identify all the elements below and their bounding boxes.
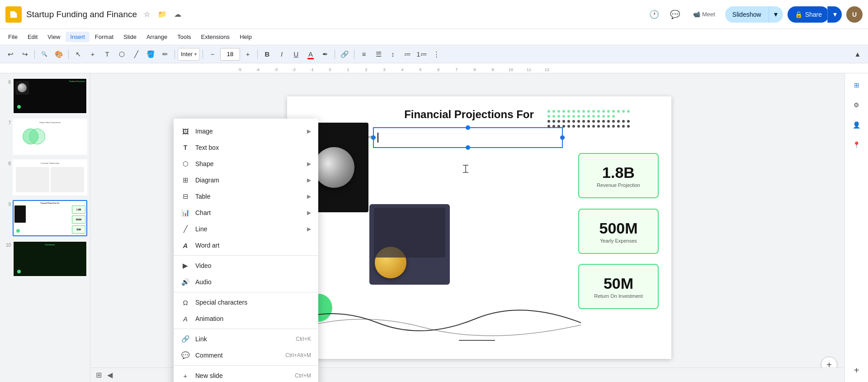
cloud-button[interactable]: ☁ — [171, 8, 184, 21]
comments-button[interactable]: 💬 — [667, 6, 683, 23]
collapse-toolbar-button[interactable]: ▲ — [851, 48, 864, 61]
menu-item-audio-label: Audio — [195, 278, 311, 286]
panel-icon-2[interactable]: ⚙ — [849, 97, 865, 113]
meet-button[interactable]: 📹 Meet — [688, 6, 721, 23]
zoom-out-button[interactable]: 🔍 — [38, 48, 51, 61]
align-center-button[interactable]: ☰ — [372, 48, 385, 61]
slideshow-dropdown-button[interactable]: ▾ — [769, 6, 783, 23]
menu-item-link[interactable]: 🔗 Link Ctrl+K — [174, 331, 318, 347]
share-dropdown-button[interactable]: ▾ — [827, 6, 842, 23]
menu-item-image[interactable]: 🖼 Image ▶ — [174, 123, 318, 139]
panel-add-button[interactable]: + — [849, 362, 865, 378]
svg-point-63 — [607, 125, 610, 128]
undo-button[interactable]: ↩ — [4, 48, 17, 61]
ordered-list-button[interactable]: 1≔ — [415, 48, 429, 61]
panel-icon-1[interactable]: ⊞ — [849, 77, 865, 93]
menu-item-new-slide[interactable]: + New slide Ctrl+M — [174, 368, 318, 382]
menu-edit[interactable]: Edit — [23, 32, 42, 42]
link-button[interactable]: 🔗 — [338, 48, 351, 61]
font-color-button[interactable]: A — [304, 48, 317, 61]
main-layout: 6 Product Overview 7 Unique Value Propos… — [0, 73, 868, 382]
share-button[interactable]: 🔒 Share — [788, 6, 829, 23]
line-spacing-button[interactable]: ↕ — [386, 48, 400, 61]
slideshow-main-button[interactable]: Slideshow — [725, 6, 769, 23]
toolbar-separator-4 — [203, 50, 203, 59]
underline-button[interactable]: U — [289, 48, 303, 61]
document-title[interactable]: Startup Funding and Finance — [26, 10, 137, 19]
menu-file[interactable]: File — [4, 32, 22, 42]
menu-extensions[interactable]: Extensions — [197, 32, 235, 42]
menu-item-video[interactable]: ▶ Video — [174, 258, 318, 274]
menu-tools[interactable]: Tools — [173, 32, 195, 42]
menu-item-table-label: Table — [195, 193, 302, 200]
menu-item-chart[interactable]: 📊 Chart ▶ — [174, 205, 318, 221]
line-tool-button[interactable]: ╱ — [129, 48, 143, 61]
highlight-button[interactable]: ✒ — [318, 48, 332, 61]
menu-help[interactable]: Help — [235, 32, 256, 42]
slide-thumbnail-6[interactable]: 6 Product Overview — [2, 77, 88, 115]
panel-icon-4[interactable]: 📍 — [849, 137, 865, 153]
panel-icon-3[interactable]: 👤 — [849, 117, 865, 133]
plus-button[interactable]: + — [86, 48, 99, 61]
svg-point-41 — [582, 120, 585, 123]
menu-insert[interactable]: Insert — [66, 32, 90, 42]
svg-point-33 — [612, 115, 615, 118]
pen-button[interactable]: ✏ — [158, 48, 172, 61]
user-avatar[interactable]: U — [846, 6, 863, 23]
blinking-cursor — [377, 133, 378, 143]
menu-slide[interactable]: Slide — [119, 32, 141, 42]
align-left-button[interactable]: ≡ — [357, 48, 371, 61]
fill-color-button[interactable]: 🪣 — [144, 48, 157, 61]
menu-item-comment[interactable]: 💬 Comment Ctrl+Alt+M — [174, 347, 318, 363]
font-size-decrease-button[interactable]: − — [206, 48, 219, 61]
shape-tool-button[interactable]: ⬡ — [115, 48, 128, 61]
menu-item-word-art[interactable]: A Word art — [174, 237, 318, 253]
font-size-increase-button[interactable]: + — [241, 48, 255, 61]
text-input-box[interactable] — [373, 127, 563, 148]
menu-item-text-box[interactable]: T Text box — [174, 139, 318, 156]
menu-item-audio[interactable]: 🔊 Audio — [174, 274, 318, 290]
toolbar-separator-3 — [175, 50, 175, 59]
bold-button[interactable]: B — [260, 48, 274, 61]
ruler: -5 -4 -3 -2 -1 0 1 2 3 4 5 6 7 8 9 10 11… — [0, 63, 868, 73]
menu-item-table[interactable]: ⊟ Table ▶ — [174, 188, 318, 205]
more-options-button[interactable]: ⋮ — [429, 48, 443, 61]
expand-panel-button[interactable]: ◀ — [107, 371, 113, 379]
slide-thumbnail-8[interactable]: 8 Customer Testimonials — [2, 158, 88, 196]
slide-thumbnail-9[interactable]: 9 Financial Projections For 1.8B 500M 50… — [2, 199, 88, 237]
text-tool-button[interactable]: T — [100, 48, 114, 61]
menu-item-shape[interactable]: ⬡ Shape ▶ — [174, 156, 318, 172]
menu-item-animation-label: Animation — [195, 315, 311, 322]
selection-handle-bottom[interactable] — [466, 145, 470, 150]
new-slide-icon: + — [181, 371, 190, 380]
font-dropdown-arrow[interactable]: ▾ — [194, 52, 197, 57]
menu-item-special-chars[interactable]: Ω Special characters — [174, 294, 318, 310]
canvas-area[interactable]: // Will render via inline approach — [90, 73, 868, 382]
selection-handle-top[interactable] — [466, 125, 470, 130]
folder-button[interactable]: 📁 — [156, 8, 169, 21]
redo-button[interactable]: ↪ — [18, 48, 32, 61]
menu-section-links: 🔗 Link Ctrl+K 💬 Comment Ctrl+Alt+M — [174, 329, 318, 366]
grid-view-button[interactable]: ⊞ — [96, 371, 102, 379]
star-button[interactable]: ☆ — [141, 8, 153, 21]
italic-button[interactable]: I — [275, 48, 288, 61]
menu-format[interactable]: Format — [90, 32, 118, 42]
svg-point-46 — [607, 120, 610, 123]
slide-thumbnail-7[interactable]: 7 Unique Value Propositions — [2, 118, 88, 156]
version-history-button[interactable]: 🕐 — [646, 6, 662, 23]
font-selector[interactable]: Inter ▾ — [178, 48, 200, 61]
paint-format-button[interactable]: 🎨 — [52, 48, 66, 61]
menu-arrange[interactable]: Arrange — [142, 32, 172, 42]
menu-view[interactable]: View — [43, 32, 65, 42]
font-size-display[interactable]: 18 — [220, 48, 240, 61]
slide-thumbnail-10[interactable]: 10 Conclusion — [2, 240, 88, 278]
menu-item-diagram[interactable]: ⊞ Diagram ▶ — [174, 172, 318, 188]
list-button[interactable]: ≔ — [401, 48, 414, 61]
app-logo[interactable] — [5, 6, 22, 23]
svg-point-15 — [607, 110, 610, 113]
cursor-tool-button[interactable]: ↖ — [71, 48, 85, 61]
menu-item-special-chars-label: Special characters — [195, 299, 311, 306]
menu-item-animation[interactable]: A Animation — [174, 310, 318, 327]
selection-handle-right[interactable] — [560, 135, 565, 140]
menu-item-line[interactable]: ╱ Line ▶ — [174, 221, 318, 237]
